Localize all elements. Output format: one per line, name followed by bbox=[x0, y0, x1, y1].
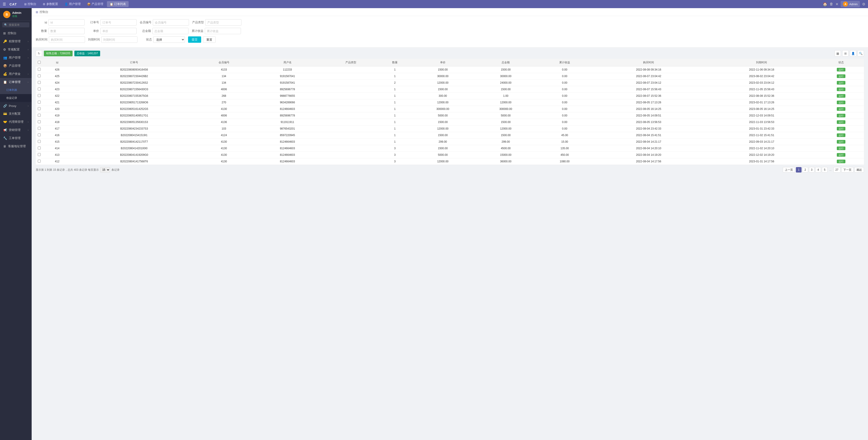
sidebar-item-income[interactable]: 收益记录 bbox=[0, 94, 32, 102]
row-checkbox[interactable] bbox=[36, 86, 42, 93]
nav-item-控制台[interactable]: ⊞控制台 bbox=[22, 1, 39, 7]
row-checkbox[interactable] bbox=[36, 139, 42, 145]
cell-income: 0.00 bbox=[537, 99, 592, 106]
page-27-button[interactable]: 27 bbox=[833, 167, 840, 173]
row-checkbox[interactable] bbox=[36, 112, 42, 119]
sidebar-item-rights[interactable]: 🔑 权限管理 › bbox=[0, 37, 32, 46]
sidebar-item-label: Proxy bbox=[9, 104, 16, 108]
sidebar-status: 在线 bbox=[12, 14, 21, 18]
cell-total: 30000.00 bbox=[474, 73, 537, 80]
row-checkbox[interactable] bbox=[36, 93, 42, 99]
nav-item-产品管理[interactable]: 📦产品管理 bbox=[84, 1, 106, 7]
filter-input-expire-time[interactable] bbox=[101, 36, 137, 43]
settings-icon[interactable]: ⚙ bbox=[862, 2, 865, 6]
nav-item-用户管理[interactable]: 👤用户管理 bbox=[62, 1, 84, 7]
row-checkbox[interactable] bbox=[36, 158, 42, 165]
filter-item-status: 状态 选择 运行 停止 bbox=[141, 36, 185, 43]
row-checkbox[interactable] bbox=[36, 125, 42, 132]
sidebar-item-orders[interactable]: 📋 订单管理 › bbox=[0, 78, 32, 86]
table-body: 426 B202208080934164S6 4133 112233 1 150… bbox=[36, 66, 864, 165]
reset-button[interactable]: 重置 bbox=[203, 36, 216, 43]
filter-input-id[interactable] bbox=[49, 19, 85, 26]
filter-input-product-type[interactable] bbox=[205, 19, 241, 26]
sidebar-item-marketing[interactable]: 📢 营销管理 › bbox=[0, 126, 32, 134]
cell-status: 运行 bbox=[818, 66, 864, 73]
cell-username: 8124664603 bbox=[251, 106, 323, 112]
filter-input-buy-time[interactable] bbox=[49, 36, 85, 43]
filter-input-count[interactable] bbox=[49, 28, 85, 34]
pagination-text: 显示第 1 到第 15 条记录，总共 403 条记录 每页显示 bbox=[36, 168, 99, 172]
cell-unit-price: 12000.00 bbox=[411, 158, 474, 165]
sidebar-item-worker[interactable]: 🔧 工单管理 bbox=[0, 134, 32, 142]
nav-label: 产品管理 bbox=[92, 2, 103, 6]
select-all-checkbox[interactable] bbox=[38, 61, 41, 64]
cell-username: 8597220945 bbox=[251, 132, 323, 139]
sidebar-item-order-list[interactable]: 订单列表 bbox=[0, 86, 32, 94]
cell-unit-price: 300.00 bbox=[411, 93, 474, 99]
sidebar-item-params[interactable]: ⚙ 常规配置 › bbox=[0, 46, 32, 54]
next-page-button[interactable]: 下一页 bbox=[841, 167, 854, 173]
row-checkbox[interactable] bbox=[36, 152, 42, 158]
filter-input-unit-price[interactable] bbox=[100, 28, 136, 34]
row-checkbox[interactable] bbox=[36, 73, 42, 80]
row-checkbox[interactable] bbox=[36, 99, 42, 106]
filter-input-order-no[interactable] bbox=[100, 19, 136, 26]
sidebar-item-proxy[interactable]: 🔗 Proxy › bbox=[0, 102, 32, 110]
sidebar-item-agent[interactable]: 🤝 代理商管理 › bbox=[0, 118, 32, 126]
page-4-button[interactable]: 4 bbox=[815, 167, 821, 173]
sidebar-item-dashboard[interactable]: ⊞ 控制台 bbox=[0, 29, 32, 37]
filter-input-income[interactable] bbox=[205, 28, 241, 34]
search-icon: 🔍 bbox=[4, 23, 7, 26]
arrow-icon: › bbox=[28, 49, 29, 51]
dashboard-icon: ⊞ bbox=[3, 31, 6, 35]
filter-input-member-no[interactable] bbox=[153, 19, 189, 26]
refresh-button[interactable]: ↻ bbox=[36, 50, 42, 57]
row-checkbox[interactable] bbox=[36, 66, 42, 73]
cell-product-type bbox=[323, 119, 378, 125]
row-checkbox[interactable] bbox=[36, 80, 42, 86]
view-user-button[interactable]: 👤 bbox=[850, 50, 856, 57]
page-size-select[interactable]: 15 25 50 bbox=[100, 167, 110, 173]
row-checkbox[interactable] bbox=[36, 119, 42, 125]
row-checkbox[interactable] bbox=[36, 106, 42, 112]
filter-row-1: Id 订单号 会员编号 产品类型 bbox=[36, 19, 864, 26]
view-grid-button[interactable]: ⊞ bbox=[842, 50, 848, 57]
page-5-button[interactable]: 5 bbox=[822, 167, 828, 173]
close-icon[interactable]: ✕ bbox=[835, 2, 838, 6]
hamburger-icon[interactable]: ☰ bbox=[3, 2, 6, 6]
page-2-button[interactable]: 2 bbox=[802, 167, 808, 173]
sidebar-item-products[interactable]: 📦 产品管理 bbox=[0, 62, 32, 70]
search-button[interactable]: 🔍 bbox=[858, 50, 864, 57]
cell-id: 417 bbox=[42, 125, 72, 132]
row-checkbox[interactable] bbox=[36, 132, 42, 139]
filter-input-total[interactable] bbox=[152, 28, 188, 34]
search-input[interactable] bbox=[9, 23, 28, 26]
sidebar-item-payment[interactable]: 💳 支付配置 bbox=[0, 110, 32, 118]
page-3-button[interactable]: 3 bbox=[809, 167, 815, 173]
sidebar-search[interactable]: 🔍 bbox=[2, 22, 29, 27]
view-list-button[interactable]: ▦ bbox=[835, 50, 841, 57]
cell-product-type bbox=[323, 106, 378, 112]
delete-icon[interactable]: 🗑 bbox=[830, 2, 833, 6]
submit-button[interactable]: 提交 bbox=[188, 36, 201, 43]
hide-button[interactable]: 藏起 bbox=[855, 167, 864, 173]
cell-id: 424 bbox=[42, 80, 72, 86]
user-avatar-nav: A bbox=[843, 2, 848, 6]
row-checkbox[interactable] bbox=[36, 145, 42, 152]
page-1-button[interactable]: 1 bbox=[796, 167, 802, 173]
cell-buy-time: 2022-08-04 14:20:10 bbox=[592, 145, 705, 152]
nav-item-参数配置[interactable]: ⚙参数配置 bbox=[40, 1, 61, 7]
nav-label: 参数配置 bbox=[46, 2, 58, 6]
cell-income: 0.00 bbox=[537, 93, 592, 99]
prev-page-button[interactable]: 上一页 bbox=[783, 167, 795, 173]
cell-buy-time: 2022-08-04 23:42:33 bbox=[592, 125, 705, 132]
user-badge[interactable]: A Admin bbox=[841, 1, 860, 7]
filter-select-status[interactable]: 选择 运行 停止 bbox=[153, 36, 185, 43]
sidebar-item-server[interactable]: 🖥 客服地址管理 bbox=[0, 142, 32, 150]
tb-right: ▦ ⊞ 👤 🔍 bbox=[835, 50, 864, 57]
nav-item-订单列表[interactable]: 📋订单列表 bbox=[107, 1, 129, 7]
home-icon[interactable]: 🏠 bbox=[823, 2, 827, 6]
sidebar-item-funds[interactable]: 💰 用户资金 › bbox=[0, 70, 32, 78]
sidebar-item-users[interactable]: 👥 用户管理 › bbox=[0, 54, 32, 62]
cell-order-no: B202208041419209G0 bbox=[72, 152, 196, 158]
